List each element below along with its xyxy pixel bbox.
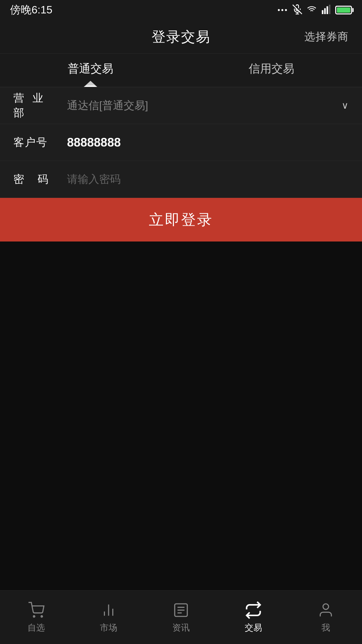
svg-point-18	[323, 604, 329, 609]
password-row[interactable]: 密 码 请输入密码	[0, 161, 362, 198]
status-icons: •••	[278, 4, 352, 16]
market-icon	[100, 601, 118, 619]
password-placeholder: 请输入密码	[60, 172, 349, 187]
login-button-label: 立即登录	[149, 210, 213, 230]
tab-active-indicator	[84, 81, 97, 87]
watchlist-icon	[27, 601, 45, 619]
client-id-label: 客户号	[13, 135, 60, 150]
trade-icon	[244, 601, 262, 619]
signal-dots-icon: •••	[278, 6, 288, 14]
branch-row[interactable]: 营 业 部 通达信[普通交易] ∨	[0, 87, 362, 124]
tab-credit-trade-label: 信用交易	[249, 61, 294, 76]
tab-bar: 普通交易 信用交易	[0, 54, 362, 87]
header-title: 登录交易	[152, 28, 210, 46]
select-broker-button[interactable]: 选择券商	[304, 30, 349, 44]
branch-value: 通达信[普通交易]	[60, 98, 338, 113]
nav-market-label: 市场	[100, 622, 117, 634]
nav-item-profile[interactable]: 我	[290, 601, 362, 634]
client-id-row[interactable]: 客户号 88888888	[0, 124, 362, 161]
chevron-down-icon: ∨	[342, 100, 349, 111]
status-bar: 傍晚6:15 •••	[0, 0, 362, 20]
branch-label: 营 业 部	[13, 91, 60, 120]
signal-bars-icon	[321, 5, 331, 15]
nav-item-trade[interactable]: 交易	[217, 601, 290, 634]
svg-rect-5	[324, 8, 326, 14]
login-form: 营 业 部 通达信[普通交易] ∨ 客户号 88888888 密 码 请输入密码	[0, 87, 362, 198]
profile-icon	[317, 601, 335, 619]
svg-rect-4	[322, 10, 323, 14]
nav-trade-label: 交易	[245, 622, 262, 634]
nav-item-watchlist[interactable]: 自选	[0, 601, 72, 634]
nav-watchlist-label: 自选	[27, 622, 45, 634]
tab-credit-trade[interactable]: 信用交易	[181, 54, 362, 87]
news-icon	[172, 601, 190, 619]
nav-item-market[interactable]: 市场	[72, 601, 145, 634]
header: 登录交易 选择券商	[0, 20, 362, 54]
battery-icon	[335, 6, 352, 14]
svg-rect-7	[329, 5, 330, 14]
bottom-nav: 自选 市场 资讯	[0, 590, 362, 644]
login-button[interactable]: 立即登录	[0, 198, 362, 241]
nav-news-label: 资讯	[172, 622, 190, 634]
nav-profile-label: 我	[321, 622, 330, 634]
client-id-value: 88888888	[60, 136, 349, 150]
status-time: 傍晚6:15	[10, 3, 52, 17]
tab-normal-trade[interactable]: 普通交易	[0, 54, 181, 87]
password-label: 密 码	[13, 172, 60, 187]
mute-icon	[292, 4, 302, 16]
svg-rect-6	[326, 6, 328, 14]
nav-item-news[interactable]: 资讯	[145, 601, 217, 634]
svg-point-8	[34, 616, 35, 617]
wifi-icon	[306, 5, 317, 15]
svg-point-9	[41, 616, 43, 617]
tab-normal-trade-label: 普通交易	[68, 61, 113, 76]
